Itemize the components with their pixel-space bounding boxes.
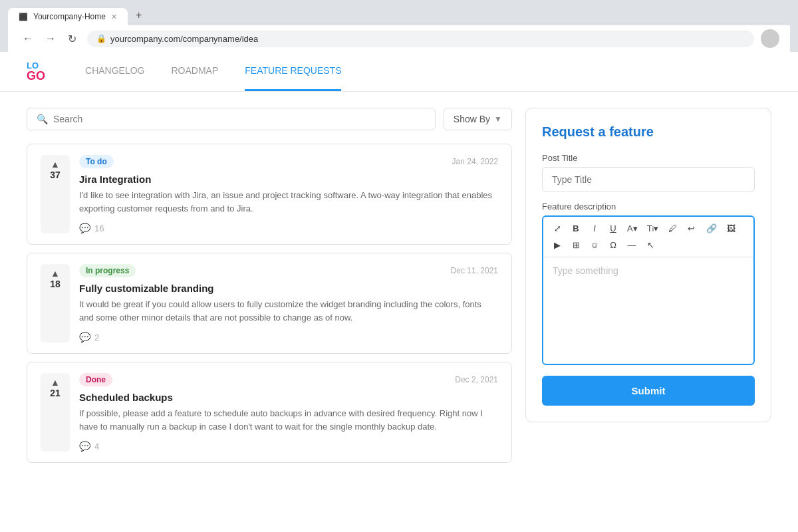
upvote-arrow-icon: ▲	[51, 377, 60, 388]
editor-wrapper: ⤢ B I U A▾ Ti▾ 🖊 ↩ 🔗 🖼 ▶ ⊞	[542, 215, 755, 365]
card-title-jira: Jira Integration	[79, 174, 498, 185]
special-char-button[interactable]: Ω	[604, 237, 622, 253]
italic-button[interactable]: I	[586, 221, 603, 236]
search-input[interactable]	[53, 114, 426, 124]
feature-cards-list: ▲ 37 To do Jan 24, 2022 Jira Integration…	[27, 144, 512, 471]
show-by-label: Show By	[454, 114, 490, 124]
more-options-button[interactable]: ↩	[682, 221, 700, 236]
nav-changelog[interactable]: CHANGELOG	[85, 52, 144, 91]
request-feature-panel: Request a feature Post Title Feature des…	[525, 108, 771, 422]
new-tab-button[interactable]: +	[129, 5, 148, 25]
feature-card-backups: ▲ 21 Done Dec 2, 2021 Scheduled backups …	[27, 362, 512, 463]
tab-favicon: ⬛	[19, 13, 28, 21]
bold-button[interactable]: B	[567, 221, 585, 236]
lock-icon: 🔒	[96, 34, 106, 43]
vote-button-branding[interactable]: ▲ 18	[41, 264, 70, 342]
chevron-down-icon: ▼	[494, 114, 502, 124]
description-label: Feature description	[542, 201, 755, 211]
divider-button[interactable]: —	[623, 237, 640, 253]
status-badge-jira: To do	[79, 155, 114, 168]
search-filter-row: 🔍 Show By ▼	[27, 108, 512, 130]
search-icon: 🔍	[37, 114, 48, 124]
request-panel-title: Request a feature	[542, 124, 755, 140]
tab-title: Yourcompany-Home	[33, 12, 106, 21]
comment-count-backups: 4	[94, 442, 99, 452]
emoji-button[interactable]: ☺	[586, 237, 603, 253]
forward-button[interactable]: →	[41, 31, 60, 46]
card-title-branding: Fully customizable branding	[79, 283, 498, 294]
nav-feature-requests[interactable]: FEATURE REQUESTS	[245, 52, 341, 91]
logo: LO GO	[27, 61, 45, 82]
tab-close-icon[interactable]: ✕	[111, 13, 117, 21]
editor-placeholder: Type something	[553, 265, 618, 276]
address-bar[interactable]: 🔒 yourcompany.com/companyname/idea	[87, 31, 754, 47]
logo-bottom: GO	[27, 70, 45, 82]
comment-icon-branding: 💬	[79, 332, 90, 342]
upvote-arrow-icon: ▲	[51, 159, 60, 170]
cursor-button[interactable]: ↖	[642, 237, 659, 253]
editor-toolbar: ⤢ B I U A▾ Ti▾ 🖊 ↩ 🔗 🖼 ▶ ⊞	[543, 217, 753, 257]
show-by-button[interactable]: Show By ▼	[444, 108, 512, 130]
image-button[interactable]: 🖼	[722, 221, 739, 236]
profile-icon[interactable]	[761, 29, 779, 48]
post-title-input[interactable]	[542, 167, 755, 192]
submit-button[interactable]: Submit	[542, 376, 755, 406]
highlight-button[interactable]: 🖊	[664, 221, 681, 236]
editor-area[interactable]: Type something	[543, 257, 753, 364]
card-date-branding: Dec 11, 2021	[451, 266, 498, 275]
main-nav: CHANGELOG ROADMAP FEATURE REQUESTS	[85, 52, 341, 91]
comment-count-jira: 16	[94, 223, 104, 233]
status-badge-branding: In progress	[79, 264, 136, 277]
underline-button[interactable]: U	[604, 221, 622, 236]
vote-button-jira[interactable]: ▲ 37	[41, 155, 70, 233]
card-title-backups: Scheduled backups	[79, 392, 498, 403]
vote-count-branding: 18	[50, 279, 61, 289]
comment-icon-backups: 💬	[79, 441, 90, 452]
feature-card-jira: ▲ 37 To do Jan 24, 2022 Jira Integration…	[27, 144, 512, 245]
fullscreen-icon[interactable]: ⤢	[549, 221, 566, 236]
post-title-label: Post Title	[542, 153, 755, 163]
browser-tab-active[interactable]: ⬛ Yourcompany-Home ✕	[8, 8, 128, 25]
vote-count-backups: 21	[50, 388, 61, 398]
card-desc-branding: It would be great if you could allow use…	[79, 298, 498, 324]
card-date-jira: Jan 24, 2022	[452, 157, 498, 166]
feature-card-branding: ▲ 18 In progress Dec 11, 2021 Fully cust…	[27, 253, 512, 354]
comment-icon-jira: 💬	[79, 223, 90, 233]
back-button[interactable]: ←	[19, 31, 37, 46]
status-badge-backups: Done	[79, 373, 112, 386]
text-type-button[interactable]: Ti▾	[643, 221, 662, 236]
card-date-backups: Dec 2, 2021	[455, 375, 498, 384]
url-text: yourcompany.com/companyname/idea	[110, 34, 258, 44]
video-button[interactable]: ▶	[549, 237, 566, 253]
app-header: LO GO CHANGELOG ROADMAP FEATURE REQUESTS	[0, 52, 798, 92]
card-desc-backups: If possible, please add a feature to sch…	[79, 407, 498, 433]
card-desc-jira: I'd like to see integration with Jira, a…	[79, 189, 498, 215]
search-box: 🔍	[27, 108, 436, 130]
link-button[interactable]: 🔗	[702, 221, 721, 236]
upvote-arrow-icon: ▲	[51, 268, 60, 279]
reload-button[interactable]: ↻	[64, 31, 80, 47]
vote-button-backups[interactable]: ▲ 21	[41, 373, 70, 452]
comment-count-branding: 2	[94, 332, 99, 342]
nav-roadmap[interactable]: ROADMAP	[171, 52, 218, 91]
font-color-button[interactable]: A▾	[623, 221, 642, 236]
vote-count-jira: 37	[50, 170, 61, 180]
table-button[interactable]: ⊞	[567, 237, 585, 253]
